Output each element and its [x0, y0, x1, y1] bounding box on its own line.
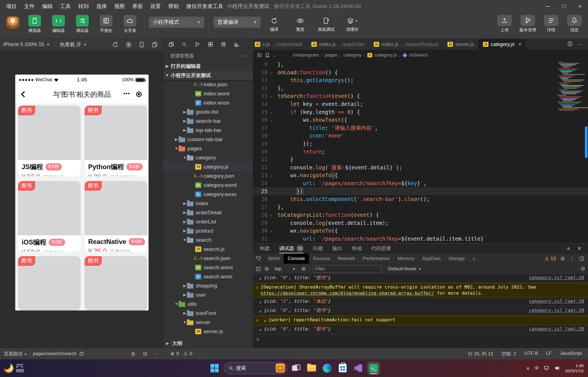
menu-item-选择[interactable]: 选择	[96, 3, 107, 10]
tab-category.js[interactable]: JScategory.js×	[478, 39, 526, 50]
console-link[interactable]: https://developer.chrome.com/blog/enabli…	[261, 291, 434, 296]
volume-icon[interactable]	[554, 366, 560, 371]
toolbar-button-清缓存[interactable]: ▼清缓存	[342, 16, 363, 32]
source-link[interactable]: category.js? [sm]:29	[523, 307, 584, 314]
expand-icon[interactable]: ▶	[260, 276, 262, 282]
clock[interactable]: 1:462025/1/15	[565, 363, 584, 373]
scrollbar-thumb[interactable]	[585, 126, 587, 158]
context-select[interactable]: top▼	[273, 266, 298, 272]
hot-reload-toggle[interactable]: 热重载 开▼	[60, 41, 87, 48]
source-control-icon[interactable]	[195, 42, 200, 47]
breadcrumb-item-category.js[interactable]: category.js	[375, 52, 397, 58]
tree-item-utils[interactable]: ▼utils	[163, 299, 253, 309]
taskbar-search-input[interactable]: 搜索	[224, 362, 287, 374]
section-open-editors[interactable]: ▶ 打开的编辑器	[163, 62, 253, 71]
extensions-icon[interactable]	[208, 42, 213, 47]
page-path-select[interactable]: 页面路径 ▼	[4, 351, 27, 357]
console-row[interactable]: ⚠[Deprecation] SharedArrayBuffer will re…	[253, 283, 588, 297]
section-outline[interactable]: ▶大纲	[163, 339, 253, 348]
devtools-tab-Performance[interactable]: Performance	[359, 254, 394, 264]
tree-item-custom-tab-bar[interactable]: ▶custom-tab-bar	[163, 135, 253, 144]
devtools-tab-Memory[interactable]: Memory	[394, 254, 418, 264]
panel-tab-代码质量[interactable]: 代码质量	[371, 243, 391, 253]
breadcrumb-item-pages[interactable]: pages	[325, 52, 337, 58]
toolbar-button-上传[interactable]: 上传	[495, 15, 514, 33]
store-button[interactable]	[336, 362, 349, 375]
stop-icon[interactable]	[126, 42, 132, 48]
more-icon[interactable]: •••	[121, 90, 133, 98]
source-link[interactable]: category.js? [sm]:29	[523, 275, 584, 281]
breadcrumb-item-category[interactable]: category	[343, 52, 362, 58]
breadcrumb-item-miniprogram[interactable]: miniprogram	[293, 52, 319, 58]
mode-select[interactable]: 小程序模式▼	[149, 17, 204, 28]
console-settings-icon[interactable]: ⚙	[581, 266, 585, 272]
kebab-menu-icon[interactable]: ⋮	[569, 256, 575, 262]
wechat-devtools-button[interactable]: >_	[367, 362, 380, 375]
console-row[interactable]: ▶{cid: "0", title: "图书"}category.js? [sm…	[253, 274, 588, 283]
avatar[interactable]	[6, 17, 19, 30]
tree-item-server.js[interactable]: JSserver.js	[163, 327, 253, 336]
close-icon[interactable]: ×	[518, 42, 521, 47]
clear-console-icon[interactable]	[264, 266, 269, 271]
tree-item-index.json[interactable]: {..}index.json	[163, 80, 253, 89]
toolbar-button-编辑器[interactable]: 编辑器	[49, 15, 68, 33]
tree-item-user[interactable]: ▶user	[163, 290, 253, 299]
product-card[interactable]: 图书iOS编程9.0折¥ 59.0已售66件	[18, 181, 81, 252]
task-view-button[interactable]	[290, 362, 302, 375]
toolbar-button-可视化[interactable]: 可视化	[96, 15, 116, 33]
menu-item-视图[interactable]: 视图	[114, 3, 125, 10]
compile-mode-select[interactable]: 普通编译▼	[213, 17, 261, 28]
expand-icon[interactable]: ▶	[260, 299, 262, 305]
tab-index.js[interactable]: JSindex.js ...\searchProduct	[369, 39, 443, 50]
tree-item-category.js[interactable]: JScategory.js	[163, 162, 253, 171]
panel-tab-终端[interactable]: 终端	[352, 243, 362, 253]
watch-eye-icon[interactable]	[142, 351, 148, 356]
inspect-element-icon[interactable]	[253, 254, 264, 264]
outline-list-icon[interactable]	[258, 53, 263, 57]
devtools-tab-Wxml[interactable]: Wxml	[264, 254, 284, 264]
eol[interactable]: LF	[546, 351, 552, 357]
cursor-position[interactable]: 行 25, 列 13	[468, 351, 493, 357]
fold-icon[interactable]: ⌄	[270, 116, 273, 124]
maximize-icon[interactable]: □	[556, 0, 572, 13]
tabs-overflow-icon[interactable]: »	[469, 254, 479, 264]
menu-item-帮助[interactable]: 帮助	[168, 3, 179, 10]
toolbar-button-云开发[interactable]: 云开发	[120, 15, 140, 33]
toolbar-button-详情[interactable]: 详情	[541, 15, 561, 33]
tree-item-search.js[interactable]: JSsearch.js	[163, 244, 253, 254]
tree-item-pages[interactable]: ▼pages	[163, 144, 253, 153]
device-select[interactable]: iPhone 5 100% 15▼	[3, 42, 50, 47]
copy-icon[interactable]	[79, 351, 84, 356]
panel-tab-调试器[interactable]: 调试器13	[279, 243, 304, 253]
more-icon[interactable]: ···	[241, 53, 252, 59]
bookmark-icon[interactable]	[265, 53, 269, 58]
panel-tab-问题[interactable]: 问题	[313, 243, 323, 253]
tree-item-goods-list[interactable]: ▶goods-list	[163, 107, 253, 116]
language-mode[interactable]: JavaScript	[560, 351, 582, 357]
section-project-root[interactable]: ▼ 小程序云开发测试	[163, 71, 253, 80]
menu-item-设置[interactable]: 设置	[150, 3, 161, 10]
tree-item-orderDetail[interactable]: ▶orderDetail	[163, 208, 253, 217]
product-card[interactable]: 图书ReactNative6.0折¥ 35.0已售16件	[85, 181, 147, 252]
tree-item-orderList[interactable]: ▶orderList	[163, 217, 253, 226]
more-icon[interactable]: ···	[154, 351, 159, 356]
weather-widget[interactable]: 2°C晴朗	[0, 363, 24, 373]
tree-item-category.wxml[interactable]: <>category.wxml	[163, 180, 253, 190]
warning-count[interactable]: ⚠0	[184, 351, 192, 357]
tree-item-index[interactable]: ▶index	[163, 199, 253, 208]
expand-icon[interactable]: ▶	[264, 318, 266, 324]
devtools-tab-Network[interactable]: Network	[334, 254, 359, 264]
start-button[interactable]	[208, 362, 221, 375]
expand-icon[interactable]: ▶	[260, 309, 262, 315]
toolbar-button-预览[interactable]: 预览	[289, 16, 311, 32]
console-row[interactable]: ▶{cid: "0", title: "图书"}category.js? [sm…	[253, 325, 588, 334]
menu-item-文件[interactable]: 文件	[24, 3, 35, 10]
files-icon[interactable]	[169, 42, 174, 47]
live-expression-icon[interactable]	[301, 266, 306, 271]
breadcrumb-item-toSearch[interactable]: toSearch	[409, 52, 428, 58]
tab-server.js[interactable]: JSserver.js	[443, 39, 478, 50]
ime-indicator[interactable]: 中	[534, 365, 539, 371]
console-output[interactable]: ▶{cid: "0", title: "图书"}category.js? [sm…	[253, 274, 588, 348]
toolbar-button-真机调试[interactable]: 真机调试	[315, 16, 337, 32]
tree-item-product[interactable]: ▶product	[163, 226, 253, 235]
